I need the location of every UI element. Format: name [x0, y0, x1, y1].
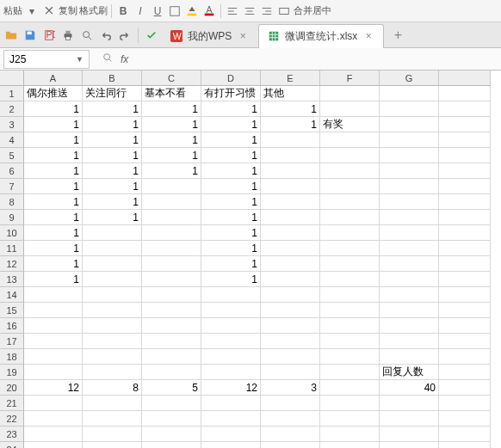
cell[interactable]: 1	[24, 163, 83, 179]
cell[interactable]	[380, 411, 439, 427]
cell[interactable]	[320, 334, 380, 349]
cell[interactable]	[439, 132, 491, 148]
align-center-icon[interactable]	[242, 3, 257, 19]
cell[interactable]	[201, 349, 261, 365]
column-header[interactable]	[439, 71, 491, 86]
cell[interactable]	[320, 365, 380, 380]
cell[interactable]	[320, 411, 380, 427]
cell[interactable]: 40	[380, 380, 439, 396]
cell[interactable]: 1	[24, 241, 83, 256]
row-header[interactable]: 14	[0, 287, 24, 303]
row-header[interactable]: 22	[0, 411, 24, 427]
cell[interactable]	[24, 303, 83, 318]
cell[interactable]	[320, 241, 380, 256]
cell[interactable]	[261, 241, 320, 256]
cell[interactable]	[83, 241, 142, 256]
row-header[interactable]: 20	[0, 380, 24, 396]
row-header[interactable]: 5	[0, 148, 24, 163]
cell[interactable]	[320, 272, 380, 287]
print-icon[interactable]	[59, 27, 77, 44]
cell[interactable]: 1	[142, 117, 201, 132]
row-header[interactable]: 12	[0, 256, 24, 272]
cell[interactable]	[439, 148, 491, 163]
cell[interactable]	[380, 287, 439, 303]
cell[interactable]	[83, 365, 142, 380]
cell[interactable]	[261, 179, 320, 194]
chevron-down-icon[interactable]: ▼	[76, 55, 84, 64]
add-tab-button[interactable]: +	[387, 25, 408, 46]
cell[interactable]	[261, 427, 320, 442]
cell[interactable]	[24, 365, 83, 380]
cell[interactable]	[320, 210, 380, 225]
cell[interactable]	[142, 303, 201, 318]
cell[interactable]: 1	[142, 101, 201, 117]
paste-dropdown-icon[interactable]: ▾	[24, 3, 40, 19]
cell[interactable]: 1	[201, 132, 261, 148]
row-header[interactable]: 13	[0, 272, 24, 287]
cell[interactable]: 1	[24, 132, 83, 148]
cell[interactable]	[439, 117, 491, 132]
cell[interactable]	[261, 303, 320, 318]
cell[interactable]: 1	[83, 163, 142, 179]
cell[interactable]	[439, 86, 491, 101]
cell[interactable]: 1	[24, 225, 83, 241]
cell[interactable]	[261, 396, 320, 411]
row-header[interactable]: 18	[0, 349, 24, 365]
cell[interactable]: 1	[83, 210, 142, 225]
cell[interactable]	[320, 349, 380, 365]
formula-input[interactable]	[128, 50, 501, 69]
column-header[interactable]: D	[201, 71, 261, 86]
cell[interactable]	[320, 442, 380, 448]
cell[interactable]	[142, 349, 201, 365]
cell[interactable]: 有奖	[320, 117, 380, 132]
cell[interactable]	[380, 318, 439, 334]
cell[interactable]	[261, 334, 320, 349]
cell[interactable]: 1	[24, 194, 83, 210]
cell[interactable]	[439, 411, 491, 427]
open-icon[interactable]	[3, 27, 20, 44]
cell[interactable]: 1	[24, 272, 83, 287]
align-left-icon[interactable]	[225, 3, 240, 19]
cell[interactable]	[261, 225, 320, 241]
row-header[interactable]: 16	[0, 318, 24, 334]
cell[interactable]	[261, 287, 320, 303]
cell[interactable]	[380, 427, 439, 442]
cell[interactable]	[83, 334, 142, 349]
cell[interactable]	[320, 318, 380, 334]
underline-icon[interactable]: U	[150, 3, 165, 19]
cell[interactable]: 其他	[261, 86, 320, 101]
cell[interactable]	[320, 380, 380, 396]
cell[interactable]	[24, 427, 83, 442]
cell[interactable]: 1	[201, 272, 261, 287]
cell[interactable]	[83, 349, 142, 365]
check-icon[interactable]	[143, 27, 160, 44]
cell[interactable]: 5	[142, 380, 201, 396]
cell[interactable]	[201, 287, 261, 303]
close-icon[interactable]: ×	[237, 30, 249, 42]
cell[interactable]: 1	[24, 210, 83, 225]
cell[interactable]	[201, 334, 261, 349]
fill-color-icon[interactable]	[184, 3, 200, 19]
cell[interactable]	[261, 365, 320, 380]
cell[interactable]: 1	[83, 132, 142, 148]
cell[interactable]	[142, 334, 201, 349]
cell[interactable]: 偶尔推送	[24, 86, 83, 101]
cell[interactable]	[24, 318, 83, 334]
cell[interactable]	[380, 349, 439, 365]
cell[interactable]: 1	[83, 117, 142, 132]
cell[interactable]	[320, 179, 380, 194]
cell[interactable]	[439, 272, 491, 287]
close-icon[interactable]: ×	[362, 30, 374, 42]
cell[interactable]	[83, 272, 142, 287]
cell[interactable]: 1	[261, 101, 320, 117]
cell[interactable]	[142, 427, 201, 442]
cell[interactable]: 有打开习惯	[201, 86, 261, 101]
redo-icon[interactable]	[116, 27, 133, 44]
cell[interactable]	[439, 225, 491, 241]
cell[interactable]	[142, 241, 201, 256]
row-header[interactable]: 6	[0, 163, 24, 179]
format-painter-label[interactable]: 格式刷	[79, 4, 108, 17]
cell[interactable]	[83, 427, 142, 442]
cell[interactable]	[320, 148, 380, 163]
cell[interactable]: 1	[24, 117, 83, 132]
